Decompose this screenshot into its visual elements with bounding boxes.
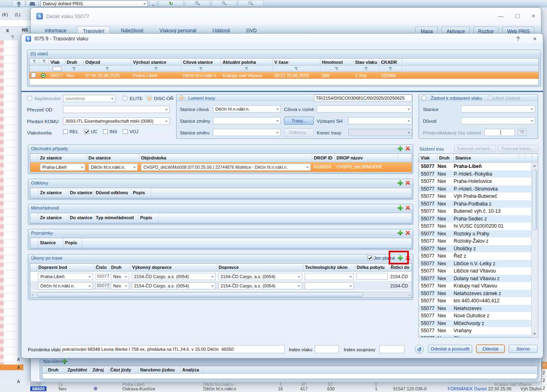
index-soupravy-input[interactable] xyxy=(379,345,404,353)
stanice-zmeny-select[interactable] xyxy=(213,117,281,124)
add-icon[interactable] xyxy=(398,180,403,185)
tr-path-field[interactable]: TR/2154/DISCO030681C/00/2025/20250625 xyxy=(314,94,412,101)
station-row[interactable]: 55077NexMlčechvosty z xyxy=(419,320,532,327)
column-header[interactable]: Vlak xyxy=(419,154,438,162)
dialog-titlebar[interactable]: S I075 9 - Trasování vlaku xyxy=(21,34,543,44)
objednavka-select[interactable]: CHSPD_deLWIMst008 (07:00 25.06.) 2274487… xyxy=(141,164,311,171)
bg-person-link[interactable]: FORMÁNEK Daniel xyxy=(448,386,487,391)
column-header[interactable]: Typ mimořádnosti xyxy=(94,213,139,223)
filter-funnel-icon[interactable] xyxy=(364,67,368,71)
scroll-right-icon[interactable]: › xyxy=(409,293,410,297)
dopravce-select[interactable]: 2154-ČD Cargo, a.s. (0054) xyxy=(218,273,302,280)
vystupni-sh-select[interactable] xyxy=(348,117,412,124)
station-row[interactable]: 55077NexP.-Holeš.-Stromovka xyxy=(419,185,532,193)
background-row[interactable]: 55700Lv Praha-LibeňDěčín hl.n.nákl.n. 14… xyxy=(24,382,547,386)
column-header[interactable]: Do stanice xyxy=(68,188,94,198)
vlakotvorba-checkbox[interactable]: UC xyxy=(84,129,97,134)
column-header[interactable]: Analýza xyxy=(181,366,203,373)
play-icon[interactable] xyxy=(41,73,46,78)
delete-icon[interactable] xyxy=(405,205,410,210)
station-row[interactable]: 55077NexNové Ouholice z xyxy=(419,312,532,320)
column-header[interactable]: Popis xyxy=(139,213,159,223)
technologicky-ukon-select[interactable] xyxy=(305,273,354,280)
filter-funnel-icon[interactable] xyxy=(294,67,299,71)
column-header[interactable]: Objednávka xyxy=(139,154,312,162)
ukony-row[interactable]: Děčín hl.n.nákl.n. 55077 Nex 2154-ČD Car… xyxy=(30,281,412,290)
calendar-button[interactable]: 15 xyxy=(518,129,526,136)
delete-icon[interactable] xyxy=(405,230,410,235)
cislo-input[interactable]: 55077 xyxy=(95,282,108,289)
column-header[interactable] xyxy=(526,154,532,162)
station-row[interactable]: 55077NexPraha-Sedlec z xyxy=(419,215,532,223)
station-row[interactable]: 55077NexNelahozeves zámek z xyxy=(419,290,532,298)
zoom-fit-button[interactable]: = xyxy=(185,0,210,7)
column-header[interactable]: Odjezd xyxy=(84,59,131,65)
add-icon[interactable] xyxy=(398,230,403,235)
obchodni-row[interactable]: Praha-Libeň Děčín hl.n.nákl.n. CHSPD_deL… xyxy=(30,162,412,172)
help-button[interactable]: ? xyxy=(514,35,522,42)
station-row[interactable]: 55077NexVraňany xyxy=(419,327,532,335)
row-checkbox[interactable] xyxy=(31,73,36,78)
index-vlaku-input[interactable] xyxy=(315,345,339,353)
column-header[interactable]: Ze stanice xyxy=(38,188,68,198)
column-header[interactable]: Ze stanice xyxy=(38,213,68,223)
filter-funnel-icon[interactable] xyxy=(105,67,109,71)
column-header[interactable]: Druh xyxy=(65,59,84,65)
column-header[interactable]: Stav vlaku xyxy=(353,59,379,65)
column-header[interactable]: CKADR xyxy=(379,59,402,65)
column-header[interactable]: Dopravce xyxy=(217,264,303,271)
odeslat-a-posoudit-button[interactable]: Odeslat a posoudit xyxy=(428,345,472,353)
column-header[interactable]: Ze stanice xyxy=(38,154,87,162)
minimize-button[interactable]: — xyxy=(498,13,503,19)
column-header[interactable]: Část jízdy xyxy=(109,366,139,373)
trasovat-zacatek-button[interactable]: Trasovat začátek... xyxy=(454,145,496,152)
close-button[interactable]: × xyxy=(532,13,535,20)
vykonny-dopravce-select[interactable]: 2154-ČD Cargo, a.s. (0054) xyxy=(132,282,216,289)
odklony-button[interactable]: Odklony... xyxy=(284,128,314,136)
station-row[interactable]: 55077NexPraha-Podbaba z xyxy=(419,200,532,208)
column-header[interactable]: Popis xyxy=(131,188,151,198)
naplanovani-value[interactable]: zavedená xyxy=(65,96,85,101)
dialog-close-button[interactable]: × xyxy=(531,35,539,42)
vlakotvorba-checkbox[interactable]: VOJ xyxy=(123,129,138,134)
filter-funnel-icon[interactable] xyxy=(199,67,203,71)
druh-select[interactable]: Nex xyxy=(111,273,129,280)
stanice-cilova-select[interactable]: Děčín hl.n.nákl.n. xyxy=(213,105,281,113)
filter-funnel-icon[interactable] xyxy=(72,67,76,71)
station-row[interactable]: 55077NexVýh Praha-Bubeneč xyxy=(419,193,532,200)
station-row[interactable]: 55077NexŘež z xyxy=(419,252,532,260)
lomeni-radio[interactable] xyxy=(179,95,184,101)
station-row[interactable]: 55077NexPraha-Holešovice xyxy=(419,178,532,185)
column-header[interactable]: Hmotnost xyxy=(320,59,353,65)
dopravce-select[interactable]: 2154-ČD Cargo, a.s. (0054) xyxy=(218,282,302,289)
station-row[interactable]: 55077Nexkm 440,400=440,412 xyxy=(419,297,532,305)
column-header[interactable]: Technologický úkon xyxy=(303,264,355,271)
scroll-up-icon[interactable] xyxy=(533,165,536,167)
dopravni-bod-select[interactable]: Děčín hl.n.nákl.n. xyxy=(38,282,93,289)
column-header[interactable]: Popis xyxy=(63,238,82,248)
window-titlebar[interactable]: S Detail vlaku 55077 — × xyxy=(31,8,541,25)
filter-funnel-icon[interactable] xyxy=(335,67,339,71)
elite-radio[interactable] xyxy=(122,96,128,101)
delete-icon[interactable] xyxy=(405,180,410,185)
poznamka-vlaku-input[interactable]: pokračování 68348 Leuna Werke / 758 ex, … xyxy=(60,345,285,353)
column-header[interactable]: Číslo xyxy=(94,264,109,271)
toolbar-mini-button[interactable] xyxy=(149,0,157,7)
naplanovani-radio[interactable] xyxy=(27,96,32,101)
trasovat-konec-button[interactable]: Trasovat konec... xyxy=(498,145,538,152)
stanice-smeru-select[interactable] xyxy=(213,129,281,136)
column-header[interactable]: Řídicí do xyxy=(389,264,412,271)
undo-button[interactable]: ↺ xyxy=(415,345,424,354)
column-header[interactable]: Stanice xyxy=(454,154,519,162)
vlakotvorba-checkbox[interactable]: INS xyxy=(103,129,117,134)
column-header[interactable]: Délka pobytu xyxy=(355,264,389,271)
column-header[interactable]: Narušeno jízdou xyxy=(139,366,181,373)
column-header[interactable]: Výchozí stanice xyxy=(131,59,181,65)
column-header[interactable] xyxy=(519,154,526,162)
train-button[interactable] xyxy=(26,0,39,7)
train-filter-input[interactable] xyxy=(53,67,61,71)
add-icon[interactable] xyxy=(62,359,67,364)
refresh-button[interactable]: ↻ xyxy=(158,0,183,7)
station-row[interactable]: 55077NexDolany nad Vltavou z xyxy=(419,275,532,283)
station-row[interactable]: 55077NexP.-Holeš.-Rokytka xyxy=(419,170,532,178)
